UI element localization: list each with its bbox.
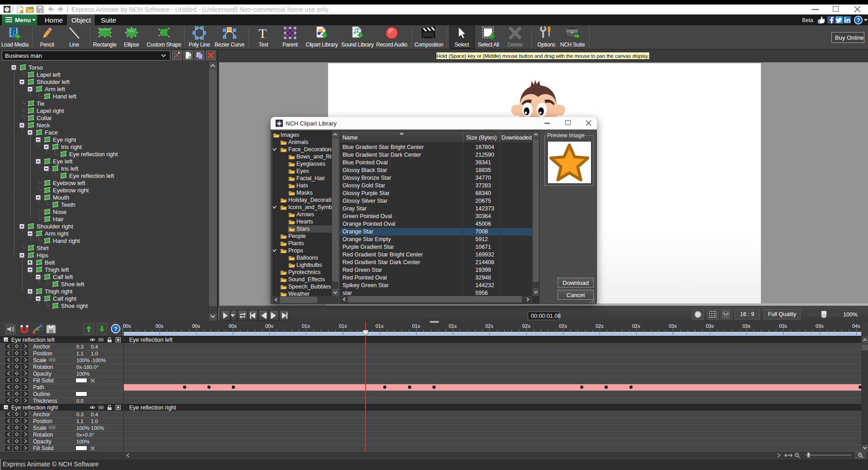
svg-text:?: ? bbox=[857, 17, 860, 23]
svg-text:?: ? bbox=[114, 326, 117, 332]
